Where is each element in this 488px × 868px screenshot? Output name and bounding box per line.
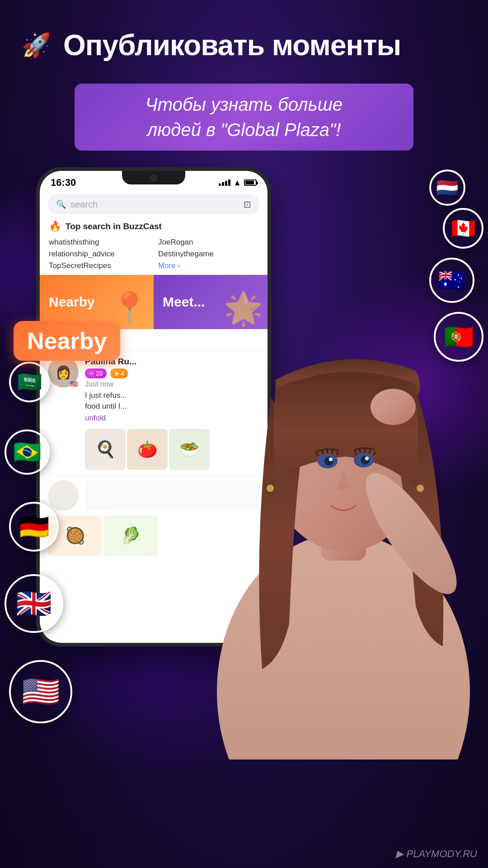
tag-whatisthisthing[interactable]: whatisthisthing (49, 238, 149, 247)
flag-portugal: 🇵🇹 (434, 312, 483, 362)
search-bar[interactable]: 🔍 search ⊡ (48, 194, 259, 214)
wifi-icon: ▲ (233, 178, 241, 188)
header: 🚀 Опубликовать моменты (18, 27, 470, 63)
rocket-icon: 🚀 (18, 27, 54, 63)
flag-brazil: 🇧🇷 (5, 429, 50, 475)
flag-uk: 🇬🇧 (5, 574, 63, 633)
scan-icon[interactable]: ⊡ (244, 199, 251, 210)
nearby-overlay-text: Nearby (27, 328, 107, 354)
watermark-text: PLAYMODY.RU (407, 848, 478, 859)
status-icons: ▲ (219, 178, 257, 188)
svg-point-8 (365, 457, 369, 460)
post-image-1[interactable]: 🍳 (85, 429, 126, 470)
subtitle-text: Чтобы узнать больше людей в "Global Plaz… (97, 92, 391, 142)
watermark: ▶ PLAYMODY.RU (396, 848, 477, 860)
flag-australia: 🇦🇺 (429, 258, 474, 303)
battery-icon (244, 179, 257, 186)
svg-point-12 (371, 389, 416, 425)
avatar-wrap: 👩 🇺🇸 (48, 357, 79, 387)
watermark-icon: ▶ (396, 848, 406, 859)
top-search-title: Top search in BuzzCast (66, 222, 162, 231)
badge-gold-icon: ★ (114, 370, 120, 377)
flag-canada: 🇨🇦 (443, 208, 483, 249)
tag-topsecretrecipes[interactable]: TopSecretRecipes (49, 261, 149, 270)
fire-icon: 🔥 (49, 221, 61, 232)
badge-pink-icon: ♾ (89, 370, 94, 377)
meet-card-label: Meet... (163, 294, 205, 310)
app-title: Опубликовать моменты (63, 28, 401, 62)
avatar-flag: 🇺🇸 (69, 380, 79, 387)
more-chevron: › (178, 261, 180, 270)
subtitle-banner: Чтобы узнать больше людей в "Global Plaz… (75, 84, 413, 151)
search-input[interactable]: search (70, 199, 98, 210)
signal-icon (219, 179, 230, 186)
nearby-label-overlay: Nearby (14, 321, 120, 361)
status-time: 16:30 (51, 177, 76, 189)
svg-point-7 (329, 458, 333, 461)
flag-usa: 🇺🇸 (9, 660, 72, 723)
badge-pink-value: 20 (96, 370, 103, 377)
post-text-line2: food until I... (85, 402, 127, 410)
badge-gold-value: 4 (121, 370, 125, 377)
nearby-card-icon: 📍 (110, 290, 149, 327)
svg-point-5 (324, 457, 333, 466)
subtitle-line2: людей в "Global Plaza"! (147, 120, 341, 140)
flag-netherlands: 🇳🇱 (429, 170, 465, 206)
flag-germany: 🇩🇪 (9, 502, 59, 552)
search-icon: 🔍 (56, 199, 66, 209)
camera-dot (150, 175, 157, 182)
post-text-line1: I just refus... (85, 391, 127, 400)
post-image-2[interactable]: 🍅 (127, 429, 168, 470)
svg-point-9 (267, 485, 274, 492)
food-img-2[interactable]: 🥬 (103, 515, 158, 556)
badge-pink: ♾ 20 (85, 368, 107, 378)
tag-relationship-advice[interactable]: relationship_advice (49, 250, 149, 259)
flag-saudi-arabia: 🇸🇦 (9, 362, 50, 402)
more-label: More (158, 261, 176, 270)
post-image-3[interactable]: 🥗 (169, 429, 210, 470)
phone-notch (122, 171, 185, 184)
avatar-2 (48, 480, 79, 511)
badge-gold: ★ 4 (110, 368, 128, 378)
svg-point-6 (361, 456, 370, 465)
svg-point-10 (417, 485, 424, 492)
nearby-card-label: Nearby (49, 294, 95, 310)
subtitle-line1: Чтобы узнать больше (145, 94, 343, 114)
